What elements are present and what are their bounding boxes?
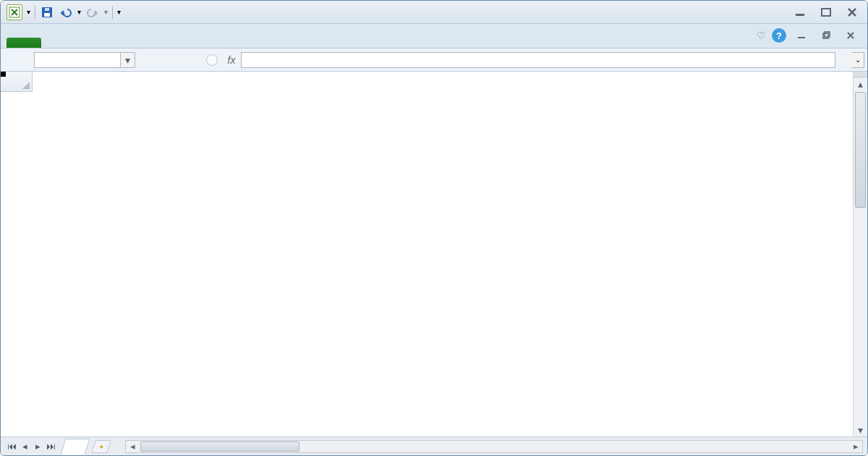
tab-formulas[interactable] <box>154 38 186 48</box>
ribbon-min-icon[interactable]: ♡ <box>757 30 766 41</box>
svg-rect-7 <box>823 33 828 38</box>
tab-view[interactable] <box>250 38 281 48</box>
scroll-down-icon[interactable]: ▾ <box>854 423 867 436</box>
maximize-button[interactable] <box>817 6 835 19</box>
first-sheet-icon[interactable]: ⏮ <box>5 441 18 452</box>
excel-icon[interactable] <box>7 4 22 20</box>
quick-access-toolbar: ▾ ▾ ▾ ▾ <box>7 4 121 20</box>
svg-rect-8 <box>825 32 830 37</box>
title-bar: ▾ ▾ ▾ ▾ <box>1 1 867 24</box>
tab-review[interactable] <box>218 38 250 48</box>
tab-home[interactable] <box>59 38 90 48</box>
cancel-formula-icon <box>206 54 218 66</box>
svg-rect-2 <box>44 13 50 17</box>
svg-rect-5 <box>822 9 830 16</box>
qat-customize-icon[interactable]: ▾ <box>117 8 121 16</box>
redo-dropdown-icon[interactable]: ▾ <box>104 8 108 16</box>
sheet-nav[interactable]: ⏮ ◂ ▸ ⏭ <box>5 441 57 452</box>
file-tab[interactable] <box>7 38 41 48</box>
scroll-thumb[interactable] <box>855 92 866 208</box>
formula-input[interactable] <box>241 52 835 68</box>
redo-icon[interactable] <box>85 5 100 20</box>
name-box[interactable] <box>34 52 121 68</box>
qat-dropdown-icon[interactable]: ▾ <box>27 8 30 16</box>
svg-rect-3 <box>45 8 49 11</box>
svg-rect-4 <box>796 14 804 16</box>
workbook-restore-button[interactable] <box>817 29 835 42</box>
help-icon[interactable]: ? <box>772 28 786 43</box>
horizontal-scrollbar[interactable]: ◂ ▸ <box>125 440 863 453</box>
fx-icon[interactable]: fx <box>222 54 241 66</box>
scroll-left-icon[interactable]: ◂ <box>126 441 139 452</box>
tab-data[interactable] <box>186 38 218 48</box>
new-sheet-icon[interactable]: ✦ <box>91 440 111 453</box>
minimize-button[interactable] <box>791 6 809 19</box>
prev-sheet-icon[interactable]: ◂ <box>18 441 31 452</box>
select-all-corner[interactable] <box>1 72 33 92</box>
formula-bar: ▾ fx ⌄ <box>1 48 867 72</box>
scroll-up-icon[interactable]: ▴ <box>854 77 867 90</box>
save-icon[interactable] <box>40 5 54 20</box>
hscroll-thumb[interactable] <box>140 442 299 452</box>
expand-formula-bar-icon[interactable]: ⌄ <box>851 52 864 68</box>
sheet-tab-bar: ⏮ ◂ ▸ ⏭ ✦ ◂ ▸ <box>1 436 867 455</box>
sheet-tab[interactable] <box>60 439 90 455</box>
undo-dropdown-icon[interactable]: ▾ <box>77 8 81 16</box>
close-button[interactable] <box>843 6 861 19</box>
workbook-minimize-button[interactable] <box>792 29 811 42</box>
scroll-right-icon[interactable]: ▸ <box>849 441 862 452</box>
ribbon-tabs: ♡ ? <box>1 24 867 48</box>
vertical-scrollbar[interactable]: ▴ ▾ <box>853 72 867 436</box>
tab-page-layout[interactable] <box>122 38 154 48</box>
tab-insert[interactable] <box>90 38 122 48</box>
undo-icon[interactable] <box>59 5 73 20</box>
svg-rect-6 <box>798 37 805 38</box>
workbook-close-button[interactable] <box>841 29 860 42</box>
name-box-dropdown-icon[interactable]: ▾ <box>121 52 135 68</box>
spreadsheet-grid[interactable]: ▴ ▾ <box>1 72 867 436</box>
next-sheet-icon[interactable]: ▸ <box>31 441 44 452</box>
last-sheet-icon[interactable]: ⏭ <box>44 441 57 452</box>
